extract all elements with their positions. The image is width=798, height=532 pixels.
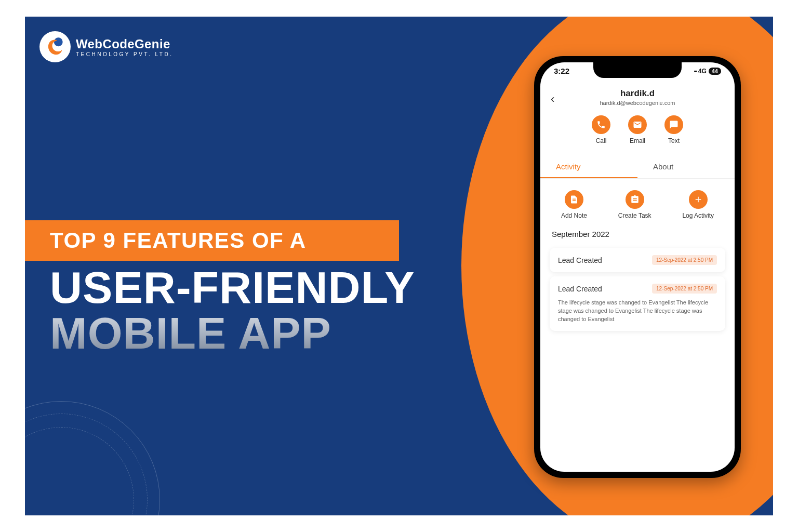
tab-about[interactable]: About [637, 156, 735, 178]
back-button[interactable]: ‹ [551, 92, 554, 106]
card-title: Lead Created [558, 285, 602, 293]
log-activity-label: Log Activity [682, 212, 714, 219]
card-date-badge: 12-Sep-2022 at 2:50 PM [652, 255, 717, 265]
logo-title: WebCodeGenie [76, 37, 173, 51]
log-activity-button[interactable]: Log Activity [682, 190, 714, 219]
activity-card[interactable]: Lead Created 12-Sep-2022 at 2:50 PM [550, 248, 725, 272]
logo-icon [39, 31, 71, 62]
logo-subtitle: TECHNOLOGY PVT. LTD. [76, 51, 173, 57]
tab-activity[interactable]: Activity [540, 156, 637, 178]
card-body: The lifecycle stage was changed to Evang… [558, 299, 717, 324]
month-heading: September 2022 [540, 219, 735, 244]
user-name: hardik.d [540, 88, 735, 99]
chat-icon [664, 115, 683, 134]
create-task-button[interactable]: Create Task [618, 190, 651, 219]
activity-actions: Add Note Create Task Log Activity [540, 190, 735, 219]
headline-line-2: MOBILE APP [50, 310, 415, 356]
headline: USER-FRIENDLY MOBILE APP [50, 265, 415, 356]
logo-text: WebCodeGenie TECHNOLOGY PVT. LTD. [76, 37, 173, 57]
title-strip: TOP 9 FEATURES OF A [25, 220, 399, 261]
phone-icon [592, 115, 610, 134]
add-note-button[interactable]: Add Note [561, 190, 587, 219]
contact-actions: Call Email Text [540, 115, 735, 144]
phone-screen: 3:22 ▪▪ 4G 44 ‹ hardik.d hardik.d@webcod… [540, 62, 735, 472]
headline-line-1: USER-FRIENDLY [50, 265, 415, 310]
text-label: Text [668, 137, 680, 144]
tabs: Activity About [540, 156, 735, 179]
title-strip-text: TOP 9 FEATURES OF A [25, 228, 307, 253]
svg-point-0 [54, 37, 63, 46]
card-date-badge: 12-Sep-2022 at 2:50 PM [652, 284, 717, 294]
phone-frame: 3:22 ▪▪ 4G 44 ‹ hardik.d hardik.d@webcod… [534, 56, 741, 478]
activity-card[interactable]: Lead Created 12-Sep-2022 at 2:50 PM The … [550, 276, 725, 331]
envelope-icon [628, 115, 647, 134]
call-button[interactable]: Call [592, 115, 610, 144]
email-label: Email [630, 137, 645, 144]
banner-canvas: WebCodeGenie TECHNOLOGY PVT. LTD. TOP 9 … [25, 17, 773, 515]
add-note-label: Add Note [561, 212, 587, 219]
text-button[interactable]: Text [664, 115, 683, 144]
clipboard-icon [626, 190, 644, 209]
app-header: ‹ hardik.d hardik.d@webcodegenie.com [540, 62, 735, 106]
card-title: Lead Created [558, 256, 602, 264]
decorative-circles [25, 401, 160, 515]
logo: WebCodeGenie TECHNOLOGY PVT. LTD. [39, 31, 173, 62]
plus-icon [689, 190, 708, 209]
call-label: Call [596, 137, 607, 144]
create-task-label: Create Task [618, 212, 651, 219]
user-email: hardik.d@webcodegenie.com [540, 100, 735, 106]
email-button[interactable]: Email [628, 115, 647, 144]
note-icon [565, 190, 583, 209]
